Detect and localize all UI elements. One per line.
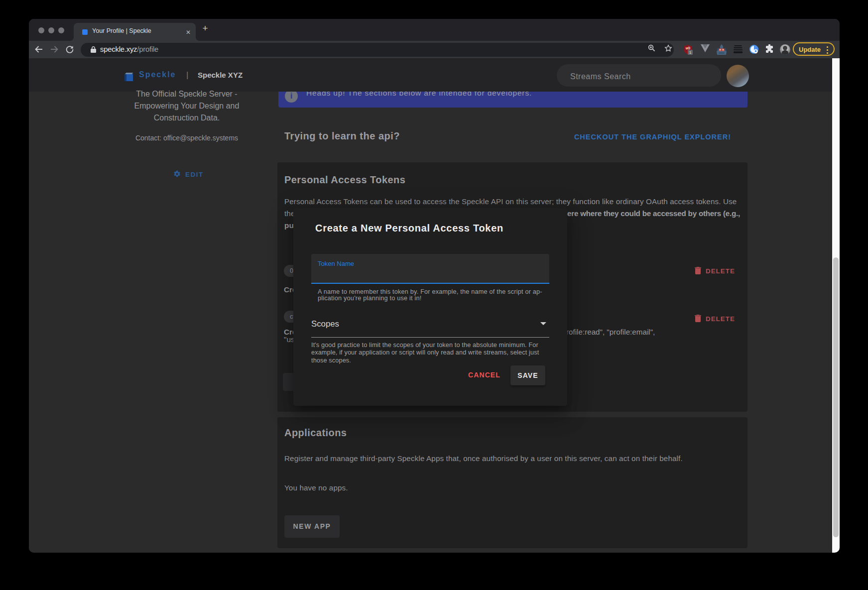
svg-text:uO: uO	[686, 46, 690, 50]
svg-text:1: 1	[689, 50, 692, 55]
